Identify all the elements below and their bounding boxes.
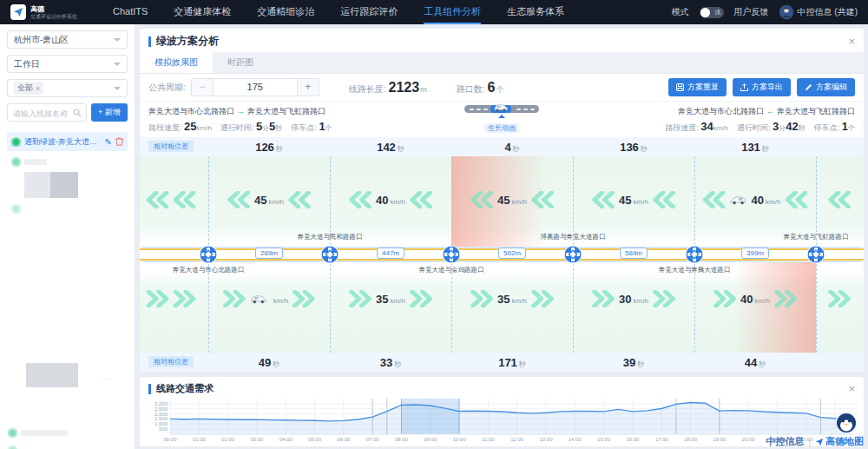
animation-slider[interactable] bbox=[464, 105, 539, 113]
svg-text:1,000: 1,000 bbox=[155, 421, 168, 426]
arrow-right-icon: → bbox=[237, 107, 245, 116]
chevron-down-icon bbox=[114, 63, 121, 66]
segment-distance-badge: 502m bbox=[498, 248, 526, 259]
toggle-knob bbox=[700, 8, 710, 17]
intersection-icon[interactable] bbox=[442, 245, 461, 264]
amap-watermark: 中控信息 | 高德地图 bbox=[766, 435, 864, 448]
phase-offset-value-bottom: 39秒 bbox=[623, 354, 644, 370]
phase-offset-value-bottom: 44秒 bbox=[745, 354, 766, 370]
cycle-label: 公共周期: bbox=[148, 82, 186, 94]
delete-icon[interactable] bbox=[115, 137, 123, 146]
menu-item-2[interactable]: 交通精细诊治 bbox=[257, 0, 314, 24]
svg-text:00:00: 00:00 bbox=[163, 437, 177, 442]
segment-distance-badge: 399m bbox=[741, 248, 769, 259]
sidebar: 杭州市-萧山区 工作日 全部× + 新增 通勤绿波-奔竞大道（市心北路路口-… … bbox=[0, 24, 135, 449]
svg-text:07:00: 07:00 bbox=[366, 437, 380, 442]
stepper-minus[interactable]: − bbox=[192, 79, 213, 96]
redacted-block bbox=[26, 363, 78, 387]
phase-offset-value-top: 136秒 bbox=[620, 139, 648, 155]
car-icon bbox=[493, 100, 509, 116]
edit-icon[interactable]: ✎ bbox=[105, 137, 112, 147]
user-name: 中控信息 (共建) bbox=[798, 6, 858, 18]
logo-title: 高德 bbox=[30, 5, 77, 13]
assistant-mascot-icon[interactable] bbox=[835, 412, 858, 438]
main-area: 绿波方案分析 × 模拟效果图时距图 公共周期: − 175 + 线路长度:212… bbox=[135, 24, 868, 449]
traffic-demand-chart[interactable]: 5001,0001,5002,0002,5003,00000:0001:0002… bbox=[147, 396, 857, 448]
svg-text:500: 500 bbox=[159, 426, 168, 432]
greenwave-badge-icon bbox=[11, 204, 21, 214]
route-search bbox=[7, 103, 87, 122]
add-route-button[interactable]: + 新增 bbox=[91, 103, 128, 122]
stepper-plus[interactable]: + bbox=[298, 79, 319, 96]
tag-close-icon[interactable]: × bbox=[36, 84, 40, 93]
animation-label: 生长动画 bbox=[484, 123, 519, 133]
avatar bbox=[779, 5, 793, 19]
cycle-stepper: − 175 + bbox=[191, 78, 319, 96]
intersection-icon[interactable] bbox=[199, 245, 218, 264]
close-icon[interactable]: × bbox=[848, 384, 855, 394]
title-accent-bar bbox=[148, 384, 151, 394]
segment-speed-top: 40km/h bbox=[703, 191, 808, 208]
user-menu[interactable]: 中控信息 (共建) bbox=[779, 5, 858, 19]
mode-toggle[interactable]: 浅 bbox=[700, 7, 724, 18]
export-icon bbox=[740, 83, 748, 91]
svg-text:06:00: 06:00 bbox=[337, 437, 351, 442]
segment-speed-top: 40km/h bbox=[349, 191, 432, 208]
redacted-text bbox=[24, 159, 47, 165]
app-root: 高德 交通评诊治分析系统 ChatITS交通健康体检交通精细诊治运行跟踪评价工具… bbox=[0, 0, 868, 449]
tab-1[interactable]: 时距图 bbox=[213, 52, 268, 73]
toggle-state-label: 浅 bbox=[715, 8, 721, 17]
route-list-item[interactable] bbox=[7, 157, 128, 167]
phase-offset-value-bottom: 49秒 bbox=[259, 354, 279, 370]
direction-info-row: 奔竞大道与市心北路路口→奔竞大道与飞虹路路口 路段速度: 25km/h 通行时间… bbox=[140, 102, 864, 137]
edit-plan-button[interactable]: 方案编辑 bbox=[797, 78, 855, 96]
intersection-icon[interactable] bbox=[563, 245, 582, 264]
edge-chevrons bbox=[828, 191, 851, 208]
segment-distance-badge: 269m bbox=[255, 248, 283, 259]
edge-chevrons bbox=[828, 290, 851, 307]
intersection-label: 奔竞大道与金鸡路路口 bbox=[419, 266, 484, 274]
segment-speed-top: 45km/h bbox=[592, 191, 675, 208]
route-list-item[interactable] bbox=[3, 428, 125, 438]
daytype-select[interactable]: 工作日 bbox=[7, 55, 128, 73]
paper-plane-icon bbox=[815, 438, 824, 446]
feedback-link[interactable]: 用户反馈 bbox=[734, 6, 769, 18]
route-list-item-selected[interactable]: 通勤绿波-奔竞大道（市心北路路口-… ✎ bbox=[7, 132, 128, 151]
menu-item-3[interactable]: 运行跟踪评价 bbox=[340, 0, 398, 24]
growth-animation-control[interactable]: 生长动画 bbox=[464, 105, 539, 134]
scope-select[interactable]: 全部× bbox=[7, 79, 128, 97]
svg-text:3,000: 3,000 bbox=[155, 401, 168, 406]
edge-chevrons bbox=[147, 290, 196, 307]
svg-text:08:00: 08:00 bbox=[395, 437, 409, 442]
close-icon[interactable]: × bbox=[848, 36, 855, 47]
logo-subtitle: 交通评诊治分析系统 bbox=[30, 13, 77, 20]
export-plan-button[interactable]: 方案导出 bbox=[733, 78, 791, 96]
svg-text:2,000: 2,000 bbox=[155, 412, 168, 417]
route-name: 通勤绿波-奔竞大道（市心北路路口-… bbox=[24, 136, 102, 148]
main-menu: ChatITS交通健康体检交通精细诊治运行跟踪评价工具组件分析生态服务体系 bbox=[100, 0, 577, 24]
view-tabs: 模拟效果图时距图 bbox=[140, 52, 864, 74]
intersection-icon[interactable] bbox=[320, 245, 339, 264]
menu-item-5[interactable]: 生态服务体系 bbox=[507, 0, 564, 24]
region-select[interactable]: 杭州市-萧山区 bbox=[7, 30, 128, 49]
svg-text:13:00: 13:00 bbox=[539, 437, 553, 442]
phase-offset-row-bottom: 相对相位差 49秒33秒171秒39秒44秒 bbox=[140, 353, 864, 372]
intersection-label: 奔竞大道与飞虹路路口 bbox=[784, 233, 849, 241]
route-list-item[interactable] bbox=[3, 446, 125, 449]
chevron-down-icon bbox=[114, 87, 121, 90]
route-list-item[interactable] bbox=[7, 204, 128, 214]
backward-direction-info: 奔竞大道与市心北路路口←奔竞大道与飞虹路路口 路段速度: 34km/h 通行时间… bbox=[665, 106, 855, 134]
recalc-plan-button[interactable]: 方案重算 bbox=[668, 78, 727, 96]
tab-0[interactable]: 模拟效果图 bbox=[140, 52, 213, 73]
menu-item-1[interactable]: 交通健康体检 bbox=[174, 0, 231, 24]
svg-text:11:00: 11:00 bbox=[482, 437, 495, 442]
menu-item-4[interactable]: 工具组件分析 bbox=[424, 0, 481, 24]
phase-offset-value-bottom: 171秒 bbox=[498, 354, 526, 370]
intersection-icon[interactable] bbox=[685, 245, 704, 264]
menu-item-0[interactable]: ChatITS bbox=[113, 0, 148, 24]
svg-text:01:00: 01:00 bbox=[193, 437, 207, 442]
chevron-down-icon bbox=[114, 38, 121, 42]
save-icon bbox=[676, 83, 684, 91]
brand-text: 中控信息 bbox=[766, 435, 804, 448]
intersection-icon[interactable] bbox=[806, 245, 825, 264]
